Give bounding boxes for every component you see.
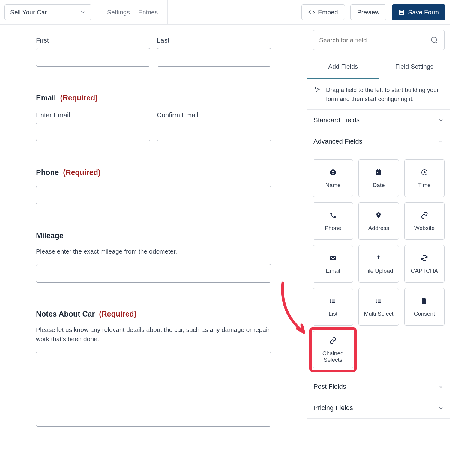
form-selector-label: Sell Your Car — [10, 9, 47, 16]
section-advanced-fields: Advanced Fields NameDateTimePhoneAddress… — [308, 131, 450, 376]
field-card-consent[interactable]: Consent — [404, 288, 445, 326]
form-canvas[interactable]: First Last Email (Required) Enter Email — [0, 25, 308, 455]
field-card-address[interactable]: Address — [358, 202, 399, 240]
notes-field-block: Notes About Car (Required) Please let us… — [36, 310, 271, 428]
phone-field-block: Phone (Required) — [36, 168, 271, 204]
field-card-label: Date — [373, 182, 385, 189]
field-card-email[interactable]: Email — [313, 245, 353, 283]
confirm-email-input[interactable] — [157, 123, 271, 141]
field-card-file-upload[interactable]: File Upload — [358, 245, 399, 283]
pin-icon — [374, 211, 383, 219]
svg-point-2 — [431, 37, 436, 42]
svg-rect-8 — [377, 172, 378, 173]
mileage-description: Please enter the exact mileage from the … — [36, 247, 271, 256]
tab-settings[interactable]: Settings — [107, 9, 130, 16]
chevron-down-icon — [438, 384, 444, 390]
notes-description: Please let us know any relevant details … — [36, 325, 271, 344]
form-selector[interactable]: Sell Your Car — [4, 4, 92, 20]
section-standard-header[interactable]: Standard Fields — [308, 110, 450, 131]
field-card-label: Chained Selects — [313, 350, 353, 363]
section-post-header[interactable]: Post Fields — [308, 376, 450, 397]
svg-point-20 — [331, 302, 331, 303]
enter-email-input[interactable] — [36, 123, 150, 141]
search-field-box[interactable] — [313, 30, 445, 50]
drag-hint: Drag a field to the left to start buildi… — [308, 79, 450, 110]
section-pricing-fields: Pricing Fields — [308, 397, 450, 419]
field-card-date[interactable]: Date — [358, 159, 399, 197]
search-input[interactable] — [319, 37, 430, 44]
refresh-icon — [420, 254, 429, 262]
chevron-down-icon — [80, 9, 86, 15]
section-standard-fields: Standard Fields — [308, 110, 450, 131]
field-card-time[interactable]: Time — [404, 159, 445, 197]
save-form-button[interactable]: Save Form — [392, 4, 446, 20]
last-name-input[interactable] — [157, 48, 271, 67]
field-card-label: CAPTCHA — [411, 268, 438, 274]
name-field-block: First Last — [36, 37, 271, 67]
field-card-label: List — [328, 311, 338, 317]
search-icon — [430, 36, 438, 44]
last-name-label: Last — [157, 37, 271, 44]
link-icon — [420, 211, 429, 219]
field-card-phone[interactable]: Phone — [313, 202, 353, 240]
field-card-label: Phone — [325, 225, 341, 231]
email-label: Email — [36, 94, 56, 102]
field-card-captcha[interactable]: CAPTCHA — [404, 245, 445, 283]
required-badge: (Required) — [63, 168, 100, 177]
phone-icon — [329, 211, 337, 219]
mileage-field-block: Mileage Please enter the exact mileage f… — [36, 231, 271, 283]
date-icon — [374, 168, 383, 177]
tab-entries[interactable]: Entries — [138, 9, 158, 16]
section-advanced-header[interactable]: Advanced Fields — [308, 131, 450, 152]
embed-button[interactable]: Embed — [302, 4, 345, 20]
svg-point-5 — [332, 171, 334, 172]
person-icon — [329, 168, 337, 177]
list-icon — [329, 297, 337, 305]
mileage-input[interactable] — [36, 264, 271, 283]
svg-rect-13 — [330, 256, 336, 260]
cursor-icon — [314, 86, 321, 93]
mileage-label: Mileage — [36, 231, 64, 240]
upload-icon — [374, 254, 383, 262]
field-card-name[interactable]: Name — [313, 159, 353, 197]
tab-field-settings[interactable]: Field Settings — [379, 55, 450, 79]
phone-label: Phone — [36, 168, 59, 177]
code-icon — [308, 9, 315, 16]
field-card-label: Time — [418, 182, 431, 189]
svg-rect-14 — [376, 260, 381, 260]
field-card-list[interactable]: List — [313, 288, 353, 326]
section-pricing-header[interactable]: Pricing Fields — [308, 397, 450, 418]
chain-icon — [329, 336, 337, 345]
doc-icon — [420, 297, 429, 305]
preview-button[interactable]: Preview — [350, 4, 387, 20]
phone-input[interactable] — [36, 186, 271, 204]
required-badge: (Required) — [99, 310, 136, 318]
field-card-multi-select[interactable]: Multi Select — [358, 288, 399, 326]
chevron-up-icon — [438, 138, 444, 144]
multi-icon — [374, 297, 383, 305]
required-badge: (Required) — [60, 94, 98, 102]
field-card-label: File Upload — [364, 268, 393, 274]
email-icon — [329, 254, 337, 262]
field-card-label: Multi Select — [364, 311, 393, 317]
tab-add-fields[interactable]: Add Fields — [308, 55, 379, 79]
enter-email-label: Enter Email — [36, 111, 150, 119]
save-icon — [398, 9, 405, 16]
svg-rect-1 — [401, 10, 403, 11]
svg-line-3 — [436, 42, 437, 43]
chevron-down-icon — [438, 117, 444, 123]
field-card-label: Website — [414, 225, 435, 231]
field-card-label: Consent — [414, 311, 435, 317]
chevron-down-icon — [438, 405, 444, 411]
svg-point-18 — [331, 299, 331, 299]
field-card-chained-selects[interactable]: Chained Selects — [313, 331, 353, 368]
field-card-label: Address — [368, 225, 389, 231]
notes-textarea[interactable] — [36, 352, 271, 427]
first-name-input[interactable] — [36, 48, 150, 67]
confirm-email-label: Confirm Email — [157, 111, 271, 119]
first-name-label: First — [36, 37, 150, 44]
field-card-website[interactable]: Website — [404, 202, 445, 240]
svg-rect-0 — [400, 12, 403, 14]
svg-point-19 — [331, 301, 331, 301]
notes-label: Notes About Car — [36, 310, 95, 318]
